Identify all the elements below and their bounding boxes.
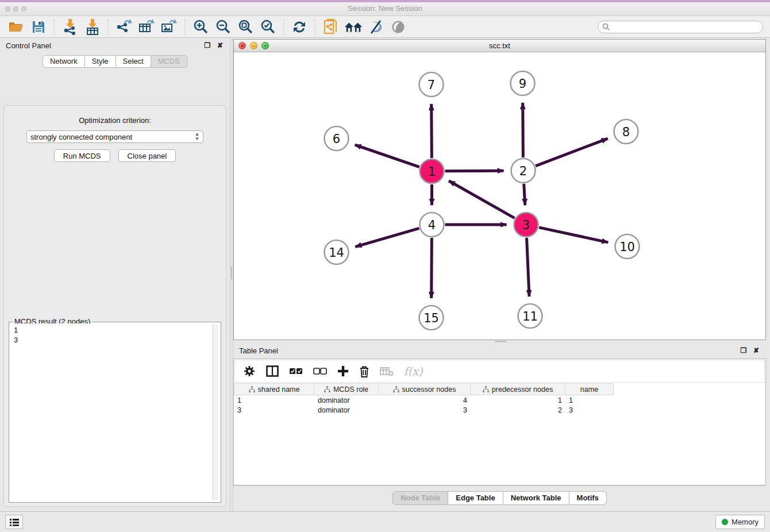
tab-network[interactable]: Network	[43, 55, 85, 68]
graph-edge-1-6[interactable]	[355, 145, 419, 167]
cell-name[interactable]: 3	[565, 405, 614, 415]
delete-column-button[interactable]	[359, 365, 369, 377]
graph-edge-3-10[interactable]	[539, 228, 608, 242]
optimization-criterion-select[interactable]: strongly connected component ▲▼	[26, 130, 203, 143]
mcds-buttons: Run MCDS Close panel	[4, 149, 226, 162]
hide-selected-button[interactable]	[367, 18, 385, 36]
column-header-mcds-role[interactable]: MCDS role	[314, 383, 379, 395]
horizontal-splitter[interactable]	[233, 340, 766, 343]
vertical-splitter[interactable]	[230, 38, 233, 511]
node-table: shared name MCDS role successor nodes	[234, 383, 765, 415]
cell-successor-nodes[interactable]: 3	[379, 405, 471, 415]
tab-motifs[interactable]: Motifs	[569, 491, 607, 505]
create-column-button[interactable]	[337, 365, 349, 377]
graph-edge-3-11[interactable]	[527, 238, 529, 296]
show-panels-button[interactable]	[5, 515, 23, 529]
export-network-button[interactable]	[115, 18, 133, 36]
column-header-name[interactable]: name	[565, 383, 614, 395]
cell-successor-nodes[interactable]: 4	[379, 395, 471, 405]
zoom-fit-button[interactable]	[236, 18, 255, 36]
tab-mcds[interactable]: MCDS	[151, 55, 187, 68]
graph-edge-3-1[interactable]	[449, 181, 514, 218]
zoom-selected-button[interactable]	[259, 18, 277, 36]
export-image-button[interactable]	[160, 18, 178, 36]
tab-edge-table[interactable]: Edge Table	[448, 491, 503, 505]
window-title: Session: New Session	[348, 4, 422, 13]
attribute-icon	[324, 386, 330, 392]
cell-predecessor-nodes[interactable]: 1	[471, 395, 565, 405]
cell-mcds-role[interactable]: dominator	[314, 405, 379, 415]
show-all-button[interactable]	[389, 18, 407, 36]
deselect-all-columns-button[interactable]	[313, 368, 327, 375]
column-header-successor-nodes[interactable]: successor nodes	[379, 383, 471, 395]
apply-layout-button[interactable]	[290, 18, 309, 36]
float-table-panel-button[interactable]: ❐	[740, 346, 748, 354]
mcds-result-area[interactable]: 1 3	[10, 323, 220, 501]
zoom-window-button[interactable]	[21, 6, 26, 11]
export-network-icon	[116, 19, 132, 35]
minimize-network-button[interactable]: −	[250, 42, 257, 49]
cell-shared-name[interactable]: 1	[234, 395, 314, 405]
network-canvas[interactable]: 7968124314101511	[234, 52, 765, 340]
run-mcds-button[interactable]: Run MCDS	[54, 149, 110, 162]
maximize-network-button[interactable]: +	[261, 42, 269, 49]
cell-mcds-role[interactable]: dominator	[314, 395, 379, 405]
tab-select[interactable]: Select	[116, 55, 151, 68]
splitter-handle[interactable]	[495, 341, 506, 342]
cell-predecessor-nodes[interactable]: 2	[471, 405, 565, 415]
zoom-in-button[interactable]	[191, 18, 210, 36]
graph-edge-4-14[interactable]	[355, 228, 419, 246]
close-network-button[interactable]: ✕	[238, 42, 246, 49]
graph-edge-2-8[interactable]	[536, 138, 608, 166]
delete-table-button[interactable]	[380, 366, 394, 376]
close-window-button[interactable]	[5, 6, 10, 11]
zoom-in-icon	[192, 19, 209, 35]
network-window-titlebar[interactable]: ✕ − + scc.txt	[234, 40, 765, 52]
cell-name[interactable]: 1	[565, 395, 614, 405]
close-table-panel-button[interactable]: ✘	[752, 346, 760, 354]
column-layout-button[interactable]	[266, 365, 279, 377]
graph-edge-2-3[interactable]	[524, 184, 525, 205]
list-icon	[10, 518, 19, 526]
export-table-button[interactable]	[137, 18, 156, 36]
save-session-button[interactable]	[29, 18, 48, 36]
graph-edge-1-2[interactable]	[445, 171, 503, 171]
workspace: Control Panel ❐ ✘ Network Style Select M…	[0, 38, 770, 511]
minimize-window-button[interactable]	[13, 6, 18, 11]
graph-edge-2-9[interactable]	[523, 103, 523, 157]
zoom-out-icon	[215, 19, 231, 35]
memory-button[interactable]: Memory	[715, 515, 765, 529]
import-table-button[interactable]	[83, 18, 102, 36]
zoom-fit-icon	[237, 19, 253, 35]
float-panel-button[interactable]: ❐	[203, 41, 211, 49]
column-header-shared-name[interactable]: shared name	[234, 383, 314, 395]
search-input[interactable]	[598, 21, 763, 33]
save-icon	[32, 20, 45, 34]
close-panel-button[interactable]: ✘	[216, 41, 224, 49]
first-neighbors-button[interactable]	[344, 18, 363, 36]
attribute-icon	[393, 386, 399, 392]
splitter-handle[interactable]	[231, 267, 232, 279]
column-header-predecessor-nodes[interactable]: predecessor nodes	[471, 383, 565, 395]
control-panel-title: Control Panel	[6, 41, 199, 50]
function-builder-button[interactable]: f(x)	[404, 365, 423, 377]
open-session-button[interactable]	[7, 18, 25, 36]
result-scrollbar[interactable]	[212, 325, 218, 500]
zoom-out-button[interactable]	[214, 18, 232, 36]
network-graph[interactable]: 7968124314101511	[234, 52, 765, 340]
select-all-columns-button[interactable]	[289, 368, 303, 375]
cell-shared-name[interactable]: 3	[234, 405, 314, 415]
graph-edge-1-7[interactable]	[432, 104, 432, 158]
import-network-button[interactable]	[61, 18, 79, 36]
table-panel: Table Panel ❐ ✘	[233, 343, 766, 511]
toolbar-separator	[283, 19, 284, 35]
right-column: ✕ − + scc.txt 7968124314101511	[233, 38, 770, 511]
tab-node-table[interactable]: Node Table	[392, 491, 448, 505]
close-panel-button-mcds[interactable]: Close panel	[118, 149, 176, 162]
graph-edge-4-15[interactable]	[432, 238, 432, 298]
table-settings-button[interactable]	[243, 365, 256, 377]
tab-style[interactable]: Style	[85, 55, 116, 68]
tab-network-table[interactable]: Network Table	[503, 491, 569, 505]
search-icon	[602, 23, 610, 30]
clone-network-button[interactable]	[322, 18, 340, 36]
